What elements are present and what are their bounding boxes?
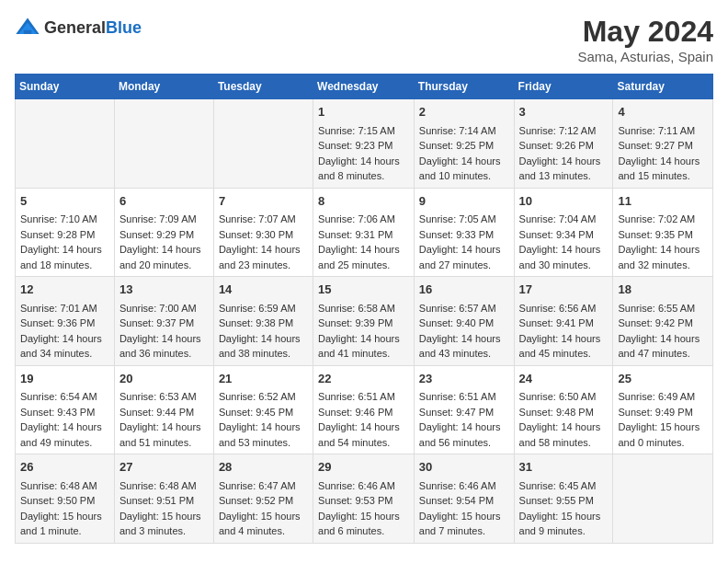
day-info: Daylight: 15 hours [20, 509, 109, 524]
day-info: and 27 minutes. [419, 258, 509, 273]
day-info: Sunset: 9:43 PM [20, 405, 109, 420]
weekday-header-monday: Monday [114, 75, 213, 99]
day-info: Daylight: 14 hours [318, 419, 409, 435]
day-info: Daylight: 14 hours [618, 154, 708, 169]
logo: GeneralBlue [15, 15, 142, 40]
calendar-cell: 3Sunrise: 7:12 AMSunset: 9:26 PMDaylight… [514, 99, 613, 189]
day-info: Sunset: 9:40 PM [419, 316, 509, 331]
day-info: Sunset: 9:54 PM [419, 493, 509, 509]
day-info: Sunset: 9:52 PM [219, 493, 308, 509]
day-info: Sunset: 9:46 PM [318, 405, 409, 420]
calendar-cell: 9Sunrise: 7:05 AMSunset: 9:33 PMDaylight… [414, 188, 514, 277]
calendar-cell: 19Sunrise: 6:54 AMSunset: 9:43 PMDayligh… [16, 365, 115, 454]
day-number: 16 [419, 281, 509, 299]
weekday-header-row: SundayMondayTuesdayWednesdayThursdayFrid… [16, 75, 713, 99]
day-info: Daylight: 15 hours [119, 509, 209, 524]
day-number: 29 [318, 458, 409, 477]
day-info: and 18 minutes. [20, 258, 109, 273]
calendar-cell [114, 99, 213, 189]
day-number: 9 [419, 192, 509, 211]
day-info: Sunrise: 7:12 AM [519, 123, 609, 139]
day-info: Sunrise: 6:53 AM [119, 389, 209, 405]
day-info: Sunrise: 6:56 AM [519, 301, 609, 316]
calendar-cell [16, 99, 115, 189]
day-info: Sunset: 9:30 PM [219, 227, 308, 243]
day-info: and 47 minutes. [618, 346, 708, 362]
day-info: and 10 minutes. [419, 168, 509, 184]
day-info: and 38 minutes. [219, 346, 308, 362]
calendar-cell: 20Sunrise: 6:53 AMSunset: 9:44 PMDayligh… [114, 365, 213, 454]
weekday-header-sunday: Sunday [16, 75, 115, 99]
calendar-cell: 4Sunrise: 7:11 AMSunset: 9:27 PMDaylight… [613, 99, 713, 189]
day-info: and 4 minutes. [219, 523, 308, 539]
title-block: May 2024 Sama, Asturias, Spain [577, 15, 713, 64]
day-info: Sunrise: 7:07 AM [219, 212, 308, 227]
day-info: Sunset: 9:42 PM [618, 316, 708, 331]
day-info: Sunset: 9:55 PM [519, 493, 609, 509]
day-number: 23 [419, 370, 509, 388]
day-info: Daylight: 14 hours [519, 419, 609, 435]
day-number: 28 [219, 458, 308, 477]
day-info: Sunset: 9:34 PM [519, 227, 609, 243]
calendar-cell: 30Sunrise: 6:46 AMSunset: 9:54 PMDayligh… [414, 454, 514, 544]
weekday-header-friday: Friday [514, 75, 613, 99]
day-info: Sunset: 9:27 PM [618, 138, 708, 154]
day-info: Sunrise: 6:57 AM [419, 301, 509, 316]
calendar-cell: 18Sunrise: 6:55 AMSunset: 9:42 PMDayligh… [613, 277, 713, 366]
day-info: Sunrise: 6:52 AM [219, 389, 308, 405]
day-info: and 7 minutes. [419, 523, 509, 539]
calendar-cell: 15Sunrise: 6:58 AMSunset: 9:39 PMDayligh… [313, 277, 415, 366]
day-info: Sunrise: 7:11 AM [618, 123, 708, 139]
day-info: Daylight: 14 hours [419, 419, 509, 435]
day-info: and 36 minutes. [119, 346, 209, 362]
day-info: Sunrise: 6:55 AM [618, 301, 708, 316]
day-info: Daylight: 14 hours [119, 242, 209, 258]
day-info: Daylight: 14 hours [618, 331, 708, 347]
day-info: Daylight: 14 hours [20, 419, 109, 435]
day-info: Sunrise: 6:59 AM [219, 301, 308, 316]
day-number: 10 [519, 192, 609, 211]
day-info: and 45 minutes. [519, 346, 609, 362]
day-info: Daylight: 14 hours [219, 331, 308, 347]
logo-icon [15, 15, 40, 40]
day-info: Sunset: 9:48 PM [519, 405, 609, 420]
day-number: 25 [618, 370, 708, 388]
calendar-cell: 11Sunrise: 7:02 AMSunset: 9:35 PMDayligh… [613, 188, 713, 277]
weekday-header-saturday: Saturday [613, 75, 713, 99]
day-info: Daylight: 14 hours [419, 331, 509, 347]
day-info: and 25 minutes. [318, 258, 409, 273]
day-info: and 0 minutes. [618, 435, 708, 451]
day-info: Daylight: 14 hours [618, 242, 708, 258]
day-info: Daylight: 15 hours [219, 509, 308, 524]
day-info: and 34 minutes. [20, 346, 109, 362]
day-info: and 49 minutes. [20, 435, 109, 451]
day-info: Sunrise: 6:49 AM [618, 389, 708, 405]
logo-text-general: General [44, 18, 106, 37]
calendar-cell: 14Sunrise: 6:59 AMSunset: 9:38 PMDayligh… [213, 277, 313, 366]
svg-rect-2 [24, 30, 31, 34]
day-info: Sunset: 9:25 PM [419, 138, 509, 154]
day-info: Sunrise: 7:05 AM [419, 212, 509, 227]
calendar-cell: 29Sunrise: 6:46 AMSunset: 9:53 PMDayligh… [313, 454, 415, 544]
day-info: Sunrise: 7:02 AM [618, 212, 708, 227]
calendar-table: SundayMondayTuesdayWednesdayThursdayFrid… [15, 74, 713, 544]
day-info: Sunrise: 6:45 AM [519, 478, 609, 494]
day-info: Sunrise: 6:50 AM [519, 389, 609, 405]
calendar-cell: 2Sunrise: 7:14 AMSunset: 9:25 PMDaylight… [414, 99, 514, 189]
day-info: and 6 minutes. [318, 523, 409, 539]
day-info: and 41 minutes. [318, 346, 409, 362]
day-info: Sunset: 9:47 PM [419, 405, 509, 420]
day-info: Sunrise: 7:06 AM [318, 212, 409, 227]
day-info: Sunset: 9:35 PM [618, 227, 708, 243]
day-info: and 53 minutes. [219, 435, 308, 451]
day-info: Daylight: 15 hours [618, 419, 708, 435]
day-info: and 30 minutes. [519, 258, 609, 273]
calendar-cell: 17Sunrise: 6:56 AMSunset: 9:41 PMDayligh… [514, 277, 613, 366]
day-info: Sunset: 9:31 PM [318, 227, 409, 243]
day-info: Sunrise: 7:14 AM [419, 123, 509, 139]
day-number: 1 [318, 103, 409, 121]
day-info: Daylight: 14 hours [519, 331, 609, 347]
day-info: Sunrise: 6:46 AM [318, 478, 409, 494]
day-number: 20 [119, 370, 209, 388]
day-info: and 8 minutes. [318, 168, 409, 184]
